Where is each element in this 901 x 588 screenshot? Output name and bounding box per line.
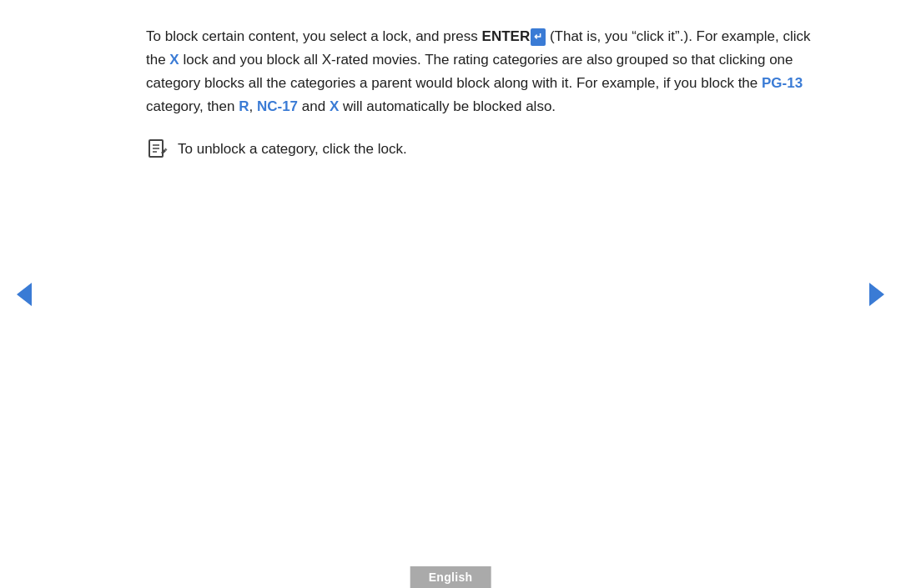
x-rating-1: X [169, 52, 179, 68]
main-content: To block certain content, you select a l… [146, 25, 813, 161]
text-part3: lock and you block all X-rated movies. T… [146, 52, 793, 91]
nav-arrow-right[interactable] [869, 283, 884, 306]
x-rating-2: X [330, 98, 339, 114]
note-block: To unblock a category, click the lock. [146, 137, 813, 161]
main-paragraph: To block certain content, you select a l… [146, 25, 813, 118]
text-part4: category, then [146, 98, 239, 114]
nav-arrow-left[interactable] [17, 283, 32, 306]
enter-label: ENTER [482, 28, 531, 44]
text-part1: To block certain content, you select a l… [146, 28, 482, 44]
pg13-rating: PG-13 [762, 75, 803, 91]
note-text: To unblock a category, click the lock. [178, 137, 407, 160]
text-part6: will automatically be blocked also. [339, 98, 556, 114]
text-part5: and [298, 98, 330, 114]
enter-icon: ↵ [531, 28, 546, 47]
nc17-rating: NC-17 [257, 98, 298, 114]
text-comma1: , [249, 98, 256, 114]
language-button[interactable]: English [410, 566, 491, 588]
note-icon [146, 138, 169, 161]
r-rating: R [239, 98, 249, 114]
